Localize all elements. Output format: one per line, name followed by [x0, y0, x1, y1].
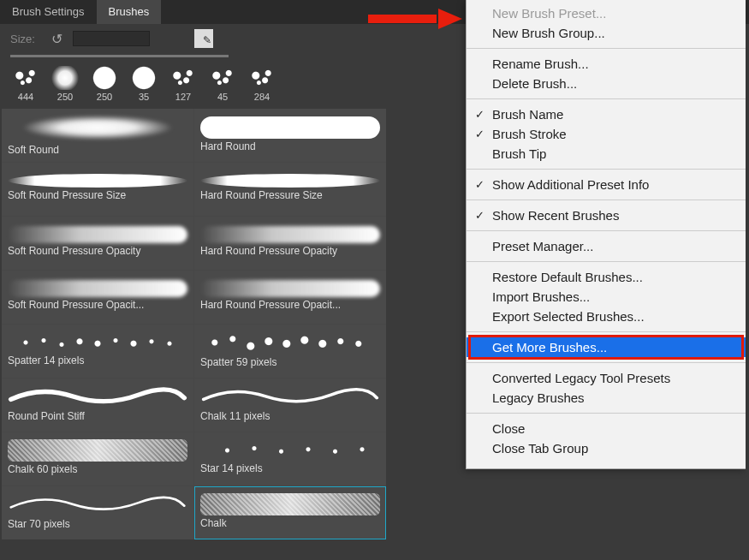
brush-preset-label: Chalk	[200, 517, 380, 529]
check-icon: ✓	[475, 178, 484, 191]
brush-preset[interactable]: Hard Round Pressure Opacity	[194, 217, 386, 270]
check-icon: ✓	[475, 209, 484, 222]
check-icon: ✓	[475, 108, 484, 121]
brush-preset-label: Soft Round	[8, 144, 187, 156]
brush-stroke-preview	[8, 174, 187, 188]
brush-stroke-preview	[8, 383, 187, 408]
menu-item[interactable]: Close Tab Group	[467, 438, 746, 458]
size-slider[interactable]	[10, 55, 229, 57]
menu-item[interactable]: ✓Show Additional Preset Info	[467, 175, 746, 194]
menu-item-label: Get More Brushes...	[492, 340, 607, 354]
menu-separator	[467, 48, 746, 49]
recent-brush-thumb[interactable]: 284	[245, 66, 279, 102]
brush-preset[interactable]: Soft Round Pressure Size	[2, 163, 193, 216]
menu-item[interactable]: ✓Brush Stroke	[467, 124, 746, 144]
menu-item[interactable]: Get More Brushes...	[467, 337, 746, 357]
menu-item-label: Delete Brush...	[492, 76, 577, 91]
brush-preset-label: Star 14 pixels	[200, 462, 380, 474]
recent-brush-size: 35	[139, 92, 149, 102]
brush-preset[interactable]: Star 70 pixels	[2, 486, 193, 539]
brush-stroke-preview	[8, 113, 187, 142]
brush-preset[interactable]: Chalk 11 pixels	[194, 378, 386, 432]
brush-preset-label: Soft Round Pressure Size	[8, 189, 187, 201]
menu-separator	[467, 200, 746, 200]
brush-stroke-preview	[200, 280, 380, 297]
menu-item-label: Export Selected Brushes...	[492, 309, 645, 324]
recent-brush-size: 284	[254, 92, 270, 102]
menu-item[interactable]: Brush Tip	[467, 144, 746, 164]
menu-item-label: Show Recent Brushes	[492, 208, 619, 223]
menu-item[interactable]: ✓Show Recent Brushes	[467, 206, 746, 225]
menu-item-label: Preset Manager...	[492, 239, 593, 253]
brush-preset[interactable]: Hard Round Pressure Size	[194, 163, 386, 216]
brush-swatch-icon	[50, 66, 80, 90]
brush-preset[interactable]: Soft Round	[2, 109, 193, 162]
tab-brush-settings[interactable]: Brush Settings	[0, 0, 97, 24]
menu-separator	[467, 230, 746, 231]
brush-stroke-preview	[200, 440, 380, 461]
menu-item[interactable]: Restore Default Brushes...	[467, 267, 746, 287]
menu-item[interactable]: Preset Manager...	[467, 236, 746, 256]
brush-swatch-icon	[207, 66, 238, 90]
brush-preset[interactable]: Round Point Stiff	[2, 378, 193, 432]
brush-preset[interactable]: Star 14 pixels	[194, 432, 386, 486]
brush-preset-label: Hard Round Pressure Opacit...	[200, 299, 380, 311]
menu-item-label: Brush Name	[492, 107, 563, 122]
menu-item[interactable]: Converted Legacy Tool Presets	[467, 368, 746, 388]
brush-swatch-icon	[128, 66, 159, 90]
brush-preset[interactable]: Soft Round Pressure Opacit...	[2, 271, 193, 324]
menu-item[interactable]: Export Selected Brushes...	[467, 307, 746, 326]
brush-preset-label: Hard Round Pressure Opacity	[200, 245, 380, 257]
recent-brush-thumb[interactable]: 35	[127, 66, 161, 102]
menu-item-label: Close Tab Group	[492, 441, 588, 456]
recent-brush-size: 250	[97, 92, 112, 102]
brushes-flyout-menu: New Brush Preset...New Brush Group...Ren…	[466, 0, 746, 469]
menu-item-label: Brush Stroke	[492, 127, 567, 141]
recent-brush-thumb[interactable]: 45	[205, 66, 240, 102]
brush-preset-label: Round Point Stiff	[8, 410, 187, 422]
brush-stroke-preview	[8, 439, 187, 462]
brush-preset[interactable]: Spatter 59 pixels	[194, 325, 386, 378]
menu-item-label: Restore Default Brushes...	[492, 270, 643, 284]
recent-brush-size: 250	[57, 92, 73, 102]
size-label: Size:	[10, 33, 41, 45]
check-icon: ✓	[475, 128, 484, 140]
brush-preset[interactable]: Hard Round Pressure Opacit...	[194, 271, 386, 324]
brush-stroke-preview	[200, 493, 380, 515]
brush-swatch-icon	[10, 66, 41, 90]
brush-edit-icon[interactable]	[194, 29, 213, 48]
brush-stroke-preview	[8, 491, 187, 516]
menu-item[interactable]: Close	[467, 419, 746, 438]
recent-brush-thumb[interactable]: 127	[166, 66, 200, 102]
menu-item[interactable]: ✓Brush Name	[467, 104, 746, 124]
brush-grid: Soft RoundHard RoundSoft Round Pressure …	[2, 109, 386, 539]
recent-brush-thumb[interactable]: 250	[87, 66, 122, 102]
recent-brush-size: 444	[18, 92, 33, 102]
menu-item[interactable]: Delete Brush...	[467, 74, 746, 93]
brush-preset[interactable]: Chalk	[194, 486, 386, 539]
menu-item-label: Close	[492, 421, 525, 436]
brush-stroke-preview	[200, 383, 380, 408]
menu-item-label: Legacy Brushes	[492, 390, 585, 405]
brush-preset-label: Soft Round Pressure Opacit...	[8, 299, 187, 311]
brush-preset-label: Spatter 59 pixels	[200, 356, 380, 368]
menu-item[interactable]: New Brush Group...	[467, 23, 746, 43]
brush-preset[interactable]: Chalk 60 pixels	[2, 432, 193, 486]
recent-brush-thumb[interactable]: 444	[9, 66, 43, 102]
brush-preset-label: Spatter 14 pixels	[8, 354, 187, 366]
reset-size-icon[interactable]: ↺	[51, 31, 62, 47]
menu-item[interactable]: Import Brushes...	[467, 287, 746, 307]
tab-brushes[interactable]: Brushes	[97, 0, 162, 24]
menu-item[interactable]: Rename Brush...	[467, 54, 746, 74]
recent-brush-size: 127	[175, 92, 191, 102]
brush-preset[interactable]: Spatter 14 pixels	[2, 325, 193, 378]
recent-brush-thumb[interactable]: 250	[48, 66, 82, 102]
brush-preset[interactable]: Soft Round Pressure Opacity	[2, 217, 193, 270]
recent-brush-size: 45	[217, 92, 228, 102]
menu-item-label: New Brush Group...	[492, 26, 605, 40]
size-input[interactable]	[73, 31, 150, 46]
menu-item[interactable]: Legacy Brushes	[467, 388, 746, 408]
brush-preset[interactable]: Hard Round	[194, 109, 386, 162]
brush-stroke-preview	[200, 331, 380, 354]
brush-preset-label: Chalk 60 pixels	[8, 463, 187, 475]
